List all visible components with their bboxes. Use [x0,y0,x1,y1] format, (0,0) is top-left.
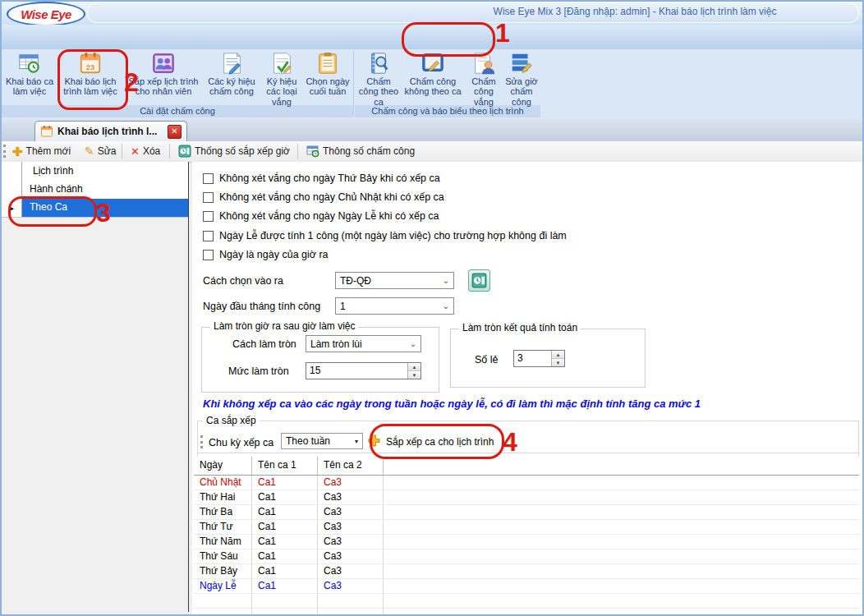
table-cell[interactable]: Ca3 [318,579,384,593]
table-row[interactable]: Thứ BaCa1Ca3 [194,505,859,520]
column-header-ten-ca-2[interactable]: Tên ca 2 [318,457,384,475]
checkbox-row-ngay-le[interactable]: Không xét vắng cho ngày Ngày Lễ khi có x… [203,210,439,222]
table-row[interactable]: Thứ TưCa1Ca3 [194,520,859,535]
table-cell[interactable] [194,609,252,616]
checkbox-row-thu-bay[interactable]: Không xét vắng cho ngày Thứ Bảy khi có x… [203,172,440,184]
checkbox[interactable] [203,192,214,203]
table-cell[interactable]: Ca3 [318,505,384,519]
checkbox-row-ngay-le-tinh-cong[interactable]: Ngày Lễ được tính 1 công (một ngày làm v… [203,230,567,241]
ribbon-button-cham-cong-vang[interactable]: Chấm công vắng [466,51,501,105]
table-cell[interactable]: Thứ Năm [194,535,252,549]
table-cell[interactable]: Ca1 [252,505,318,519]
table-cell[interactable] [318,609,384,616]
table-cell[interactable] [318,594,384,608]
table-cell[interactable]: Ca3 [318,535,384,549]
ribbon-button-sua-gio-cham-cong[interactable]: Sửa giờ chấm công [503,51,540,105]
table-cell[interactable]: Ca1 [252,520,318,534]
table-cell-filler [384,549,859,563]
round-method-combo[interactable]: Làm tròn lùi ⌄ [306,335,421,352]
spinner-buttons[interactable]: ▲▼ [551,351,564,366]
table-cell[interactable]: Thứ Bảy [194,564,252,578]
checkbox[interactable] [203,250,214,260]
ribbon-button-khai-bao-ca[interactable]: Khai báo ca làm việc [3,51,56,105]
ribbon-button-khai-bao-lich-trinh[interactable]: 23 Khai báo lịch trình làm việc [59,51,122,105]
table-cell[interactable] [252,609,318,616]
table-row[interactable]: Thứ HaiCa1Ca3 [194,490,859,505]
annotation-number-2: 2 [124,69,139,95]
list-item-theo-ca[interactable]: ► Theo Ca [2,199,188,218]
checkbox-row-ngay-gio-ra[interactable]: Ngày là ngày của giờ ra [203,249,329,260]
table-row[interactable]: Ngày LễCa1Ca3 [194,579,859,594]
table-cell[interactable]: Ca3 [318,564,384,578]
table-cell[interactable]: Ca1 [252,579,318,593]
column-header-ngay[interactable]: Ngày [194,457,252,475]
decimals-spinner[interactable]: 3 ▲▼ [513,350,565,367]
spinner-value[interactable]: 3 [514,351,551,366]
spin-down-icon[interactable]: ▼ [552,359,564,366]
table-cell[interactable]: Thứ Sáu [194,549,252,563]
table-cell[interactable]: Thứ Tư [194,520,252,534]
list-item-label[interactable]: Hành chánh [22,181,188,199]
checkbox-row-chu-nhat[interactable]: Không xét vắng cho ngày Chủ Nhật khi có … [203,191,444,203]
table-cell-filler [384,564,859,578]
ribbon-button-cham-cong-theo-ca[interactable]: Chấm công theo ca [358,51,399,105]
table-cell[interactable]: Thứ Hai [194,490,252,504]
round-level-spinner[interactable]: 15 ▲▼ [306,362,421,379]
table-row[interactable]: Thứ SáuCa1Ca3 [194,549,859,564]
toolbar-button-sua[interactable]: ✎ Sửa [82,143,118,159]
document-tab[interactable]: Khai báo lịch trình l... ✕ [34,121,187,141]
table-cell[interactable]: Ca3 [318,549,384,563]
overtime-note: Khi không xếp ca vào các ngày trong tuần… [203,398,843,410]
spin-up-icon[interactable]: ▲ [552,351,564,359]
table-row[interactable]: Thứ BảyCa1Ca3 [194,564,859,579]
month-start-combo[interactable]: 1 ⌄ [335,297,454,315]
checkbox[interactable] [203,231,214,241]
schedule-table: Ngày Tên ca 1 Tên ca 2 Chủ NhậtCa1Ca3Thứ… [194,457,859,616]
list-item-hanh-chanh[interactable]: Hành chánh [2,181,188,200]
ribbon-button-label: Chấm công vắng [466,76,501,107]
spin-down-icon[interactable]: ▼ [408,371,421,379]
checkbox[interactable] [203,211,214,222]
month-start-label: Ngày đầu tháng tính công [203,301,320,312]
ribbon-button-ky-hieu-cham-cong[interactable]: Các ký hiệu chấm công [204,51,260,105]
toolbar-button-xoa[interactable]: ✕ Xóa [128,143,163,159]
table-cell[interactable]: Ca1 [252,564,318,578]
toolbar-button-thong-so-cham-cong[interactable]: Thông số chấm công [304,143,417,159]
chevron-down-icon: ▾ [351,438,362,445]
table-cell[interactable]: Ca3 [318,476,384,490]
toolbar-button-them-moi[interactable]: ✚ Thêm mới [10,143,73,159]
inout-settings-button[interactable] [468,269,490,292]
cycle-combo[interactable]: Theo tuần ▾ [281,433,363,449]
table-cell[interactable]: Thứ Ba [194,505,252,519]
spinner-buttons[interactable]: ▲▼ [407,363,421,379]
tab-close-button[interactable]: ✕ [168,125,182,139]
toolbar-button-thong-so-sap-xep-gio[interactable]: Thống số sắp xếp giờ [176,143,292,159]
spin-up-icon[interactable]: ▲ [408,363,421,371]
book-magnifier-icon [366,51,391,76]
table-row[interactable]: Chủ NhậtCa1Ca3 [194,476,859,490]
table-cell[interactable]: Ca1 [252,535,318,549]
column-header-ten-ca-1[interactable]: Tên ca 1 [252,457,318,475]
schedule-list-header: Lịch trình [2,162,188,182]
table-row[interactable]: Thứ NămCa1Ca3 [194,535,859,549]
round-method-label: Cách làm tròn [232,338,296,350]
table-cell[interactable]: Ca1 [252,490,318,504]
table-row[interactable] [194,594,859,609]
ribbon-button-chon-ngay-cuoi-tuan[interactable]: Chọn ngày cuối tuần [304,51,352,105]
table-cell[interactable]: Ca1 [252,549,318,563]
table-cell[interactable]: Ca3 [318,490,384,504]
combo-value: Theo tuần [282,435,351,447]
table-row[interactable] [194,609,859,616]
arrange-shifts-button[interactable]: Sắp xếp ca cho lịch trình [381,434,499,449]
table-cell[interactable]: Chủ Nhật [194,476,252,490]
checkbox[interactable] [203,173,214,184]
table-cell[interactable] [194,594,252,608]
spinner-value[interactable]: 15 [306,363,407,379]
table-cell[interactable]: Ca3 [318,520,384,534]
ribbon-button-cham-cong-khong-theo-ca[interactable]: Chấm công không theo ca [401,51,465,105]
inout-method-combo[interactable]: TĐ-QĐ ⌄ [335,272,454,289]
table-cell[interactable]: Ngày Lễ [194,579,252,593]
ribbon-button-ky-hieu-vang[interactable]: Ký hiệu các loại vắng [261,51,302,105]
table-cell[interactable]: Ca1 [252,476,318,490]
table-cell[interactable] [252,594,318,608]
